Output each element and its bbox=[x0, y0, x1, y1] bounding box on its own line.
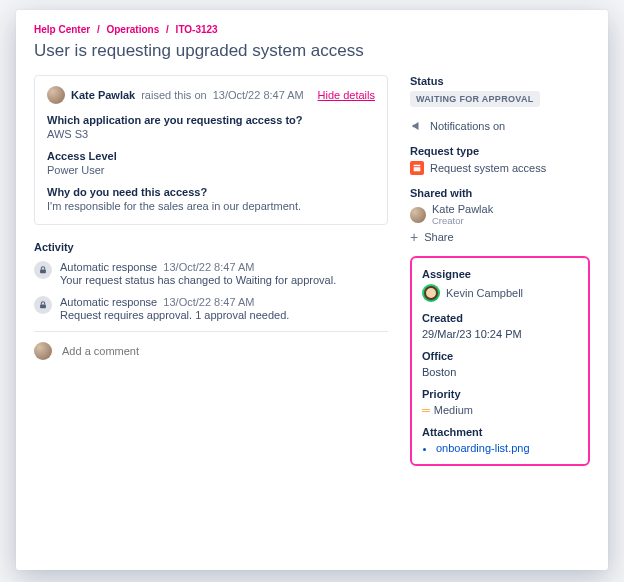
shared-user-role: Creator bbox=[432, 215, 493, 226]
svg-rect-0 bbox=[40, 270, 46, 274]
field-app-value: AWS S3 bbox=[47, 128, 375, 140]
comment-row bbox=[34, 331, 388, 360]
activity-title: Activity bbox=[34, 241, 388, 253]
shared-user-name: Kate Pawlak bbox=[432, 203, 493, 215]
field-app-label: Which application are you requesting acc… bbox=[47, 114, 375, 126]
breadcrumb-operations[interactable]: Operations bbox=[106, 24, 159, 35]
share-button[interactable]: + Share bbox=[410, 230, 590, 244]
priority-medium-icon: ═ bbox=[422, 404, 428, 416]
activity-text: Your request status has changed to Waiti… bbox=[60, 274, 336, 286]
hide-details-link[interactable]: Hide details bbox=[318, 89, 375, 101]
activity-time: 13/Oct/22 8:47 AM bbox=[163, 296, 254, 308]
activity-item: Automatic response 13/Oct/22 8:47 AM You… bbox=[34, 261, 388, 286]
created-value: 29/Mar/23 10:24 PM bbox=[422, 328, 578, 340]
raised-at: 13/Oct/22 8:47 AM bbox=[213, 89, 304, 101]
field-level-label: Access Level bbox=[47, 150, 375, 162]
highlighted-details: Assignee Kevin Campbell Created 29/Mar/2… bbox=[410, 256, 590, 466]
field-why-value: I'm responsible for the sales area in ou… bbox=[47, 200, 375, 212]
assignee-label: Assignee bbox=[422, 268, 578, 280]
breadcrumb-sep: / bbox=[97, 24, 100, 35]
avatar-assignee bbox=[422, 284, 440, 302]
request-type-block: Request type Request system access bbox=[410, 145, 590, 175]
shared-with-label: Shared with bbox=[410, 187, 590, 199]
ticket-page: Help Center / Operations / ITO-3123 User… bbox=[16, 10, 608, 570]
activity-time: 13/Oct/22 8:47 AM bbox=[163, 261, 254, 273]
page-title: User is requesting upgraded system acces… bbox=[34, 41, 590, 61]
notifications-row[interactable]: Notifications on bbox=[410, 119, 590, 133]
avatar-current-user bbox=[34, 342, 52, 360]
details-sidebar: Status WAITING FOR APPROVAL Notification… bbox=[410, 75, 590, 466]
request-header: Kate Pawlak raised this on 13/Oct/22 8:4… bbox=[47, 86, 375, 104]
requester-name: Kate Pawlak bbox=[71, 89, 135, 101]
avatar-shared-user bbox=[410, 207, 426, 223]
breadcrumb-sep: / bbox=[166, 24, 169, 35]
request-details-card: Kate Pawlak raised this on 13/Oct/22 8:4… bbox=[34, 75, 388, 225]
attachment-link[interactable]: onboarding-list.png bbox=[436, 442, 530, 454]
avatar-requester bbox=[47, 86, 65, 104]
megaphone-icon bbox=[410, 119, 424, 133]
assignee-name: Kevin Campbell bbox=[446, 287, 523, 299]
activity-item: Automatic response 13/Oct/22 8:47 AM Req… bbox=[34, 296, 388, 321]
raised-text: raised this on bbox=[141, 89, 206, 101]
shared-with-block: Shared with Kate Pawlak Creator + Share bbox=[410, 187, 590, 244]
field-level-value: Power User bbox=[47, 164, 375, 176]
office-value: Boston bbox=[422, 366, 578, 378]
status-block: Status WAITING FOR APPROVAL bbox=[410, 75, 590, 107]
main-column: Kate Pawlak raised this on 13/Oct/22 8:4… bbox=[34, 75, 388, 466]
comment-input[interactable] bbox=[60, 344, 388, 358]
breadcrumb-help-center[interactable]: Help Center bbox=[34, 24, 90, 35]
svg-rect-1 bbox=[40, 305, 46, 309]
plus-icon: + bbox=[410, 230, 418, 244]
activity-text: Request requires approval. 1 approval ne… bbox=[60, 309, 289, 321]
activity-source: Automatic response bbox=[60, 261, 157, 273]
created-label: Created bbox=[422, 312, 578, 324]
breadcrumb-ticket[interactable]: ITO-3123 bbox=[176, 24, 218, 35]
share-label: Share bbox=[424, 231, 453, 243]
status-label: Status bbox=[410, 75, 590, 87]
office-label: Office bbox=[422, 350, 578, 362]
attachment-label: Attachment bbox=[422, 426, 578, 438]
lock-icon bbox=[34, 296, 52, 314]
request-type-label: Request type bbox=[410, 145, 590, 157]
lock-icon bbox=[34, 261, 52, 279]
activity-source: Automatic response bbox=[60, 296, 157, 308]
priority-label: Priority bbox=[422, 388, 578, 400]
breadcrumb: Help Center / Operations / ITO-3123 bbox=[34, 24, 590, 35]
notifications-text: Notifications on bbox=[430, 120, 505, 132]
status-badge: WAITING FOR APPROVAL bbox=[410, 91, 540, 107]
field-why-label: Why do you need this access? bbox=[47, 186, 375, 198]
priority-value: Medium bbox=[434, 404, 473, 416]
request-type-icon bbox=[410, 161, 424, 175]
request-type-value: Request system access bbox=[430, 162, 546, 174]
